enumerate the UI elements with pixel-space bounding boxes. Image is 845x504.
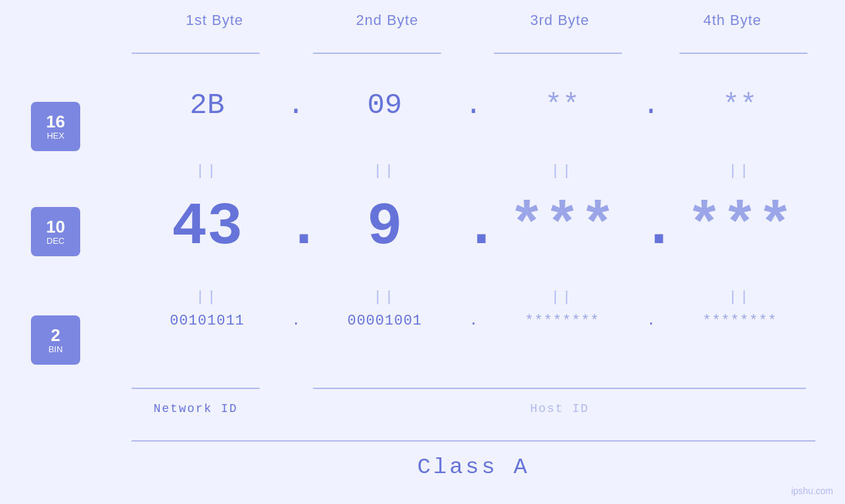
bin-byte3: ******** (483, 313, 641, 329)
dec-byte4: *** (661, 194, 819, 261)
bracket-b4-top (679, 53, 808, 54)
badge-dec-label: DEC (47, 236, 64, 246)
hex-dot3: . (641, 89, 661, 122)
dec-dot3: . (641, 194, 661, 261)
hex-byte4: ** (661, 89, 819, 122)
hex-byte2: 09 (306, 89, 464, 122)
dec-byte3: *** (483, 194, 641, 261)
bracket-b2-top (313, 53, 441, 54)
header-byte2: 2nd Byte (301, 12, 474, 29)
bracket-b3-top (494, 53, 622, 54)
header-byte4: 4th Byte (646, 12, 819, 29)
eq2-b4: || (661, 289, 819, 306)
bin-dot3: . (641, 313, 661, 329)
eq1-b1: || (128, 163, 286, 179)
badge-dec-num: 10 (46, 218, 65, 237)
equals-row-2: || || || || (128, 289, 819, 306)
bracket-b234-bot (313, 388, 806, 389)
hex-byte1: 2B (128, 89, 286, 122)
badge-dec: 10 DEC (31, 207, 80, 256)
watermark: ipshu.com (791, 486, 833, 496)
header-byte3: 3rd Byte (473, 12, 646, 29)
dec-dot1: . (286, 194, 306, 261)
dec-byte1: 43 (128, 194, 286, 261)
badge-bin: 2 BIN (31, 315, 80, 365)
label-class: Class A (128, 455, 819, 480)
badge-hex: 16 HEX (31, 102, 80, 151)
bin-dot2: . (464, 313, 483, 329)
eq1-b3: || (483, 163, 641, 179)
badge-bin-label: BIN (49, 344, 63, 354)
eq1-b2: || (306, 163, 464, 179)
label-host-id: Host ID (313, 402, 806, 415)
bin-dot1: . (286, 313, 306, 329)
eq2-b3: || (483, 289, 641, 306)
badge-hex-label: HEX (47, 131, 64, 141)
hex-dot1: . (286, 89, 306, 122)
headers-row: 1st Byte 2nd Byte 3rd Byte 4th Byte (128, 12, 819, 29)
badge-hex-num: 16 (46, 112, 65, 131)
dec-byte2: 9 (306, 194, 464, 261)
label-network-id: Network ID (132, 402, 260, 415)
eq2-b1: || (128, 289, 286, 306)
bin-byte4: ******** (661, 313, 819, 329)
bracket-b1-top (132, 53, 260, 54)
bracket-class (132, 440, 815, 442)
bin-byte1: 00101011 (128, 313, 286, 329)
dec-dot2: . (464, 194, 483, 261)
main-container: 1st Byte 2nd Byte 3rd Byte 4th Byte 16 H… (0, 0, 845, 504)
bracket-b1-bot (132, 388, 260, 389)
equals-row-1: || || || || (128, 163, 819, 179)
header-byte1: 1st Byte (128, 12, 301, 29)
hex-byte3: ** (483, 89, 641, 122)
bin-row: 00101011 . 00001001 . ******** . *******… (128, 313, 819, 329)
bin-byte2: 00001001 (306, 313, 464, 329)
eq2-b2: || (306, 289, 464, 306)
hex-dot2: . (464, 89, 483, 122)
hex-row: 2B . 09 . ** . ** (128, 89, 819, 122)
dec-row: 43 . 9 . *** . *** (128, 194, 819, 261)
badge-bin-num: 2 (51, 326, 60, 345)
eq1-b4: || (661, 163, 819, 179)
